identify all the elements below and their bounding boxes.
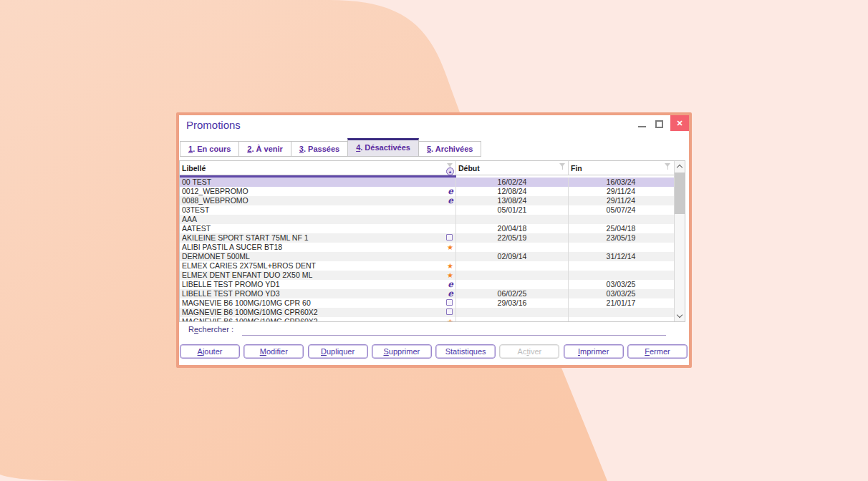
tab-1[interactable]: 1. En cours (180, 141, 239, 157)
window-title: Promotions (186, 119, 241, 131)
table-row[interactable]: ALIBI PASTIL A SUCER BT18★ (180, 243, 674, 252)
table-row[interactable]: AKILEINE SPORT START 75ML NF 122/05/1923… (180, 233, 674, 243)
copy-icon (448, 235, 453, 240)
table-row[interactable]: AATEST20/04/1825/04/18 (180, 224, 674, 233)
copy-icon (448, 310, 453, 315)
column-header-fin[interactable]: Fin (569, 161, 673, 175)
tab-5[interactable]: 5. Archivées (418, 141, 481, 157)
button-bar: AjouterModifierDupliquerSupprimerStatist… (180, 344, 688, 359)
close-icon[interactable]: ✕ (670, 115, 689, 131)
promotions-table: Libellé Début Fin 00 TEST16/02/2416/03/2… (179, 160, 685, 322)
fermer-button[interactable]: Fermer (627, 344, 688, 359)
table-header: Libellé Début Fin (180, 161, 685, 175)
sort-ascending-icon[interactable] (446, 167, 454, 175)
statistiques-button[interactable]: Statistiques (435, 344, 496, 359)
column-label: Libellé (182, 164, 206, 173)
web-icon: e (448, 289, 453, 298)
column-label: Début (458, 164, 480, 173)
star-icon: ★ (447, 243, 453, 252)
column-header-debut[interactable]: Début (456, 161, 569, 175)
table-row[interactable]: MAGNEVIE B6 100MG/10MG CPR 6029/03/1621/… (180, 298, 674, 308)
activer-button[interactable]: Activer (499, 344, 559, 359)
table-row[interactable]: 0012_WEBPROMOe12/08/2429/11/24 (180, 187, 674, 196)
web-icon: e (448, 280, 453, 288)
table-row[interactable]: 00 TEST16/02/2416/03/24 (180, 178, 674, 187)
vertical-scrollbar[interactable] (674, 161, 685, 321)
tab-strip: 1. En cours2. À venir3. Passées4. Désact… (180, 138, 481, 157)
table-row[interactable]: MAGNEVIE B6 100MG/10MG CPR60X2★ (180, 317, 674, 321)
filter-funnel-icon[interactable] (665, 163, 671, 170)
star-icon: ★ (447, 317, 453, 321)
scrollbar-thumb[interactable] (675, 173, 685, 214)
filter-funnel-icon[interactable] (559, 163, 566, 170)
table-row[interactable]: ELMEX CARIES 2X75ML+BROS DENT★ (180, 261, 674, 271)
table-rows: 00 TEST16/02/2416/03/240012_WEBPROMOe12/… (180, 178, 674, 321)
table-row[interactable]: LIBELLE TEST PROMO YD3e06/02/2503/03/25 (180, 289, 674, 298)
minimize-icon[interactable] (638, 126, 646, 127)
table-row[interactable]: LIBELLE TEST PROMO YD1e03/03/25 (180, 280, 674, 289)
scroll-up-icon[interactable] (675, 161, 685, 172)
tab-2[interactable]: 2. À venir (238, 141, 291, 157)
dupliquer-button[interactable]: Dupliquer (308, 344, 368, 359)
table-row[interactable]: MAGNEVIE B6 100MG/10MG CPR60X2 (180, 308, 674, 317)
copy-icon (448, 301, 453, 306)
table-row[interactable]: ELMEX DENT ENFANT DUO 2X50 ML★ (180, 271, 674, 280)
table-row[interactable]: DERMONET 500ML02/09/1431/12/14 (180, 252, 674, 261)
modifier-button[interactable]: Modifier (243, 344, 304, 359)
web-icon: e (448, 187, 453, 195)
promotions-window: Promotions ✕ 1. En cours2. À venir3. Pas… (176, 112, 692, 368)
scroll-down-icon[interactable] (675, 311, 685, 321)
search-label: Rechercher : (188, 325, 233, 334)
column-header-libelle[interactable]: Libellé (180, 161, 456, 175)
tab-4[interactable]: 4. Désactivées (347, 138, 419, 157)
imprimer-button[interactable]: Imprimer (564, 344, 624, 359)
titlebar: Promotions ✕ (179, 115, 689, 138)
column-label: Fin (571, 164, 582, 173)
search-input[interactable] (242, 323, 666, 336)
ajouter-button[interactable]: Ajouter (180, 344, 240, 359)
supprimer-button[interactable]: Supprimer (372, 344, 432, 359)
star-icon: ★ (447, 261, 453, 271)
search-row: Rechercher : (179, 323, 685, 339)
table-row[interactable]: 03TEST05/01/2105/07/24 (180, 205, 674, 215)
table-row[interactable]: 0088_WEBPROMOe13/08/2429/11/24 (180, 196, 674, 205)
web-icon: e (448, 196, 453, 205)
star-icon: ★ (447, 271, 453, 280)
maximize-icon[interactable] (655, 120, 663, 128)
tab-3[interactable]: 3. Passées (291, 141, 348, 157)
table-row[interactable]: AAA (180, 215, 674, 224)
